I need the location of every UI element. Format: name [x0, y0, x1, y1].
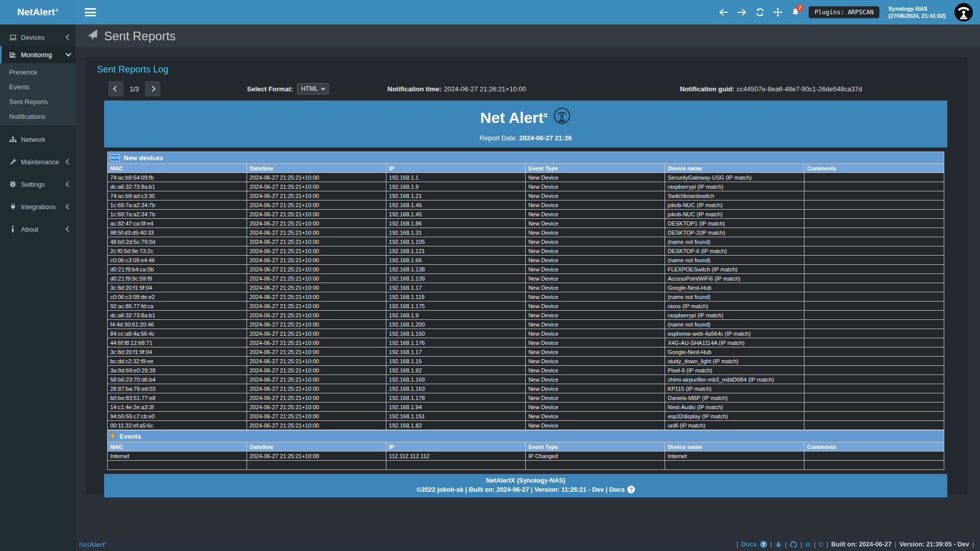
table-cell: 2024-06-27 21:25:21+10:00	[247, 393, 386, 403]
mac-link[interactable]: 3c:8d:20:f1:9f:04	[108, 283, 247, 292]
mac-link[interactable]: 74:ac:b9:ad:c3:30	[108, 191, 247, 201]
notifications-bell-icon[interactable]: 7	[791, 8, 800, 17]
table-cell: 2024-06-27 21:25:21+10:00	[247, 210, 386, 219]
mac-link[interactable]: 98:5f:d3:d5:40:33	[108, 228, 247, 237]
mac-link[interactable]: bc:dd:c2:32:f9:ee	[108, 357, 247, 366]
sent-reports-box: Sent Reports Log 1/3 Select Format: HTML…	[86, 57, 968, 494]
table-row: dc:a6:32:73:8a:b12024-06-27 21:25:21+10:…	[108, 311, 944, 320]
mac-link[interactable]: 1c:69:7a:a2:34:7b	[108, 210, 247, 219]
sidebar-item-settings[interactable]: Settings	[0, 176, 76, 193]
table-cell: X4G-AU-SHA1114A (IP match)	[665, 338, 804, 347]
table-cell: Google-Nest-Hub	[665, 283, 804, 292]
table-cell: 2024-06-27 21:25:21+10:00	[247, 366, 386, 375]
table-cell: 192.168.1.17	[386, 347, 526, 357]
sidebar-item-devices[interactable]: Devices	[0, 29, 76, 46]
mac-link[interactable]: 3c:8d:20:f1:9f:04	[108, 347, 247, 357]
table-cell	[804, 338, 944, 347]
back-arrow-icon[interactable]	[719, 8, 728, 16]
plugins-status-pill[interactable]: Plugins: ARPSCAN	[808, 6, 880, 18]
mac-link[interactable]: 48:b0:2d:5c:79:0d	[108, 237, 247, 246]
mac-link[interactable]: f4:4d:30:61:20:46	[108, 320, 247, 329]
mac-link[interactable]: 58:b6:23:70:d6:b4	[108, 375, 247, 384]
mac-link[interactable]: d0:21:f9:b4:ca:0b	[108, 265, 247, 274]
sidebar-item-integrations[interactable]: Integrations	[0, 198, 76, 215]
table-cell	[804, 347, 944, 357]
table-cell	[804, 173, 944, 182]
column-header: Datetime	[247, 442, 386, 452]
sidebar-item-network[interactable]: Network	[0, 131, 76, 148]
table-cell: 2024-06-27 21:25:21+10:00	[247, 320, 386, 329]
table-cell: New Device	[526, 219, 665, 228]
table-cell	[804, 421, 944, 430]
format-select[interactable]: HTML	[297, 83, 329, 94]
mac-link[interactable]: dc:a6:32:73:8a:b1	[108, 311, 247, 320]
github-icon[interactable]	[790, 541, 797, 548]
table-cell	[804, 412, 944, 421]
box-title-link[interactable]: Sent Reports Log	[97, 64, 960, 75]
bug-report-icon[interactable]	[775, 541, 782, 548]
mac-link[interactable]: 14:c1:4e:2e:a3:3f	[108, 403, 247, 412]
mac-link[interactable]: 94:b5:55:c7:cb:e0	[108, 412, 247, 421]
table-cell	[526, 461, 665, 470]
table-cell: 192.168.1.176	[386, 338, 526, 347]
forward-arrow-icon[interactable]	[737, 8, 747, 16]
table-cell: 192.168.1.94	[386, 403, 526, 412]
table-cell	[804, 320, 944, 329]
mac-link[interactable]: 1c:69:7a:a2:34:7b	[108, 201, 247, 210]
sidebar-toggle-icon[interactable]	[85, 8, 96, 16]
sidebar-item-monitoring[interactable]: Monitoring	[0, 46, 76, 63]
sidebar-item-maintenance[interactable]: Maintenance	[0, 153, 76, 170]
table-cell: 2024-06-27 21:25:21+10:00	[247, 228, 386, 237]
table-row: dc:a6:32:73:8a:b12024-06-27 21:25:21+10:…	[108, 182, 944, 191]
table-row: 98:5f:d3:d5:40:332024-06-27 21:25:21+10:…	[108, 228, 944, 237]
info-icon	[9, 226, 17, 233]
table-cell: New Device	[526, 311, 665, 320]
mail-icon[interactable]: ✉	[805, 541, 811, 548]
mac-link[interactable]: d0:21:f9:8c:59:f9	[108, 274, 247, 283]
mac-link[interactable]: 44:6f:f8:12:68:71	[108, 338, 247, 347]
sidebar-item-notifications[interactable]: Notifications	[0, 109, 76, 124]
mac-link[interactable]: ac:82:47:ca:0f:e4	[108, 219, 247, 228]
docs-help-icon[interactable]: ?	[760, 541, 767, 548]
table-cell: DESKTOP-6 (IP match)	[665, 246, 804, 256]
mac-link[interactable]: 74:ac:b9:54:09:fb	[108, 173, 247, 182]
mac-link[interactable]: 28:87:ba:76:ed:03	[108, 384, 247, 393]
table-cell: New Device	[526, 329, 665, 338]
refresh-icon[interactable]	[755, 8, 765, 17]
mac-link[interactable]: b0:be:83:51:77:e8	[108, 393, 247, 403]
footer-brand-link[interactable]: NetAlertx	[79, 540, 107, 548]
mac-link[interactable]: 3a:9d:69:e0:29:28	[108, 366, 247, 375]
mac-link[interactable]: 84:cc:a8:4a:56:4c	[108, 329, 247, 338]
report-header: Net Alertx Report Date: 2024-06-27 21:26	[104, 101, 947, 147]
table-cell	[804, 219, 944, 228]
mac-link[interactable]: 00:11:32:ef:a5:6c	[108, 421, 247, 430]
table-cell: AccessPointWiFi6 (IP match)	[665, 274, 804, 283]
user-avatar[interactable]	[954, 3, 973, 21]
table-cell	[804, 201, 944, 210]
sidebar-item-events[interactable]: Events	[0, 80, 76, 94]
docs-link[interactable]: Docs	[741, 541, 757, 548]
table-cell: New Device	[526, 265, 665, 274]
mac-link[interactable]: dc:a6:32:73:8a:b1	[108, 182, 247, 191]
help-question-icon[interactable]: ?	[627, 486, 635, 493]
sidebar-item-presence[interactable]: Presence	[0, 65, 76, 80]
app-logo[interactable]: NetAlertx	[0, 0, 76, 24]
monitoring-chart-icon	[9, 52, 17, 58]
chevron-left-icon	[65, 204, 71, 209]
table-row: d0:21:f9:b4:ca:0b2024-06-27 21:25:21+10:…	[108, 265, 944, 274]
chevron-down-icon	[65, 51, 71, 56]
mac-link[interactable]: 2c:f0:5d:9e:73:2c	[108, 246, 247, 256]
report-footer-title: NetAlertX (Synology-NAS)	[104, 477, 947, 484]
mac-link[interactable]: c0:06:c3:09:de:e2	[108, 292, 247, 302]
sidebar-item-sent-reports[interactable]: Sent Reports	[0, 94, 76, 109]
table-cell: 2024-06-27 21:25:21+10:00	[247, 256, 386, 265]
select-chevron-icon	[321, 86, 325, 90]
move-arrows-icon[interactable]	[773, 8, 782, 17]
table-row: 44:6f:f8:12:68:712024-06-27 21:25:21+10:…	[108, 338, 944, 347]
events-bolt-icon	[110, 432, 116, 441]
mac-link[interactable]: c0:06:c3:09:e4:46	[108, 256, 247, 265]
sidebar-item-about[interactable]: About	[0, 220, 76, 238]
prev-page-button[interactable]	[108, 81, 124, 96]
next-page-button[interactable]	[145, 81, 160, 96]
mac-link[interactable]: 92:ac:85:77:fd:ca	[108, 302, 247, 311]
